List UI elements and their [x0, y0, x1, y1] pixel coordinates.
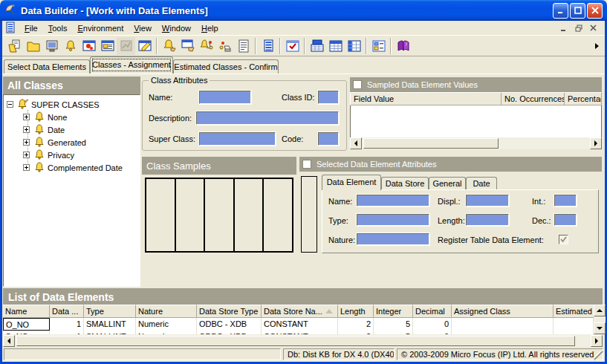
menu-environment[interactable]: Environment [72, 22, 129, 34]
col-length[interactable]: Length [338, 305, 374, 318]
column-field-value[interactable]: Field Value [351, 93, 501, 105]
tree-item-complemented-date[interactable]: Complemented Date [23, 161, 138, 174]
table-rows-icon[interactable] [326, 37, 345, 55]
menu-tools[interactable]: Tools [43, 22, 73, 34]
tab-data-store[interactable]: Data Store [381, 177, 429, 190]
maximize-button[interactable] [570, 3, 585, 19]
col-name[interactable]: Name [3, 305, 50, 318]
collapse-expander-icon[interactable] [7, 101, 13, 108]
confirm-checklist-icon[interactable] [283, 37, 302, 55]
table-add-row-icon[interactable] [308, 37, 326, 55]
window-components-icon[interactable] [79, 37, 98, 55]
tab-general[interactable]: General [429, 177, 466, 190]
cell-assigned-class[interactable] [452, 318, 554, 331]
classes-bell-icon[interactable] [61, 37, 79, 55]
cell-type[interactable]: SMALLINT [84, 318, 136, 331]
column-percentage[interactable]: Percentage [565, 93, 602, 105]
expand-icon[interactable] [23, 139, 30, 146]
menu-window[interactable]: Window [157, 22, 196, 34]
menu-view[interactable]: View [129, 22, 157, 34]
table-columns-icon[interactable] [345, 37, 363, 55]
notes-icon[interactable] [234, 37, 253, 55]
displ-input[interactable] [466, 195, 509, 207]
table-hscrollbar[interactable] [3, 334, 603, 347]
type-input[interactable] [357, 214, 429, 226]
scroll-left-icon[interactable] [3, 335, 15, 347]
properties-panel-icon[interactable] [369, 37, 388, 55]
cell-length[interactable]: 2 [338, 318, 374, 331]
workstation-icon[interactable] [42, 37, 61, 55]
cell-data-store-type[interactable]: ODBC - XDB [197, 318, 262, 331]
cell-nature[interactable]: Numeric [136, 318, 197, 331]
expand-icon[interactable] [23, 152, 30, 158]
expand-icon[interactable] [23, 114, 30, 120]
copybook-stack-icon[interactable] [259, 37, 277, 55]
scroll-right-icon[interactable] [590, 137, 602, 149]
table-vscrollbar[interactable] [594, 305, 606, 334]
window-edit-icon[interactable] [135, 37, 154, 55]
scroll-left-icon[interactable] [350, 137, 362, 149]
int-input[interactable] [554, 195, 577, 207]
register-table-checkbox[interactable] [559, 235, 568, 244]
mdi-minimize-button[interactable] [558, 23, 570, 33]
cell-integer[interactable]: 5 [374, 318, 413, 331]
col-assigned-class[interactable]: Assigned Class [452, 305, 554, 318]
expand-icon[interactable] [23, 126, 30, 133]
scroll-thumb[interactable] [363, 138, 499, 149]
tab-classes-assignment[interactable]: Classes - Assignment [90, 56, 173, 74]
assign-monitor-icon[interactable] [178, 37, 197, 55]
description-input[interactable] [196, 111, 339, 125]
menu-help[interactable]: Help [196, 22, 224, 34]
sample-column[interactable] [146, 179, 176, 251]
cell-decimal[interactable]: 0 [413, 318, 452, 331]
cell-data-store-name[interactable]: CONSTANT [262, 318, 338, 331]
tree-item-none[interactable]: None [23, 111, 138, 123]
scroll-up-icon[interactable] [594, 305, 606, 316]
help-book-icon[interactable]: ? [394, 37, 412, 55]
classes-tree[interactable]: SUPER CLASSES None Date [3, 94, 140, 287]
data-element-row-1[interactable]: O_NO 1 SMALLINT Numeric ODBC - XDB CONST… [3, 318, 594, 331]
col-estimated[interactable]: Estimated [554, 305, 594, 318]
toolbar-overflow-icon[interactable] [595, 43, 599, 49]
dec-input[interactable] [554, 214, 577, 226]
scroll-right-icon[interactable] [591, 335, 603, 347]
open-data-elements-icon[interactable] [5, 37, 24, 55]
class-id-input[interactable] [318, 91, 339, 104]
element-name-input[interactable] [357, 195, 429, 207]
resize-grip[interactable] [594, 351, 604, 361]
col-nature[interactable]: Nature [136, 305, 197, 318]
expand-icon[interactable] [23, 164, 30, 171]
class-name-input[interactable] [199, 91, 251, 104]
class-eraser-icon[interactable] [215, 37, 234, 55]
tab-select-data-elements[interactable]: Select Data Elements [4, 59, 90, 74]
tab-data-element[interactable]: Data Element [322, 175, 381, 190]
minimize-button[interactable] [553, 3, 568, 19]
mdi-close-button[interactable] [588, 23, 600, 33]
col-data-store-name[interactable]: Data Store Na... [262, 305, 338, 318]
mdi-restore-button[interactable] [573, 23, 585, 33]
cell-estimated[interactable] [554, 318, 594, 331]
cell-name[interactable]: O_NO [3, 318, 50, 331]
class-relations-icon[interactable] [197, 37, 215, 55]
col-data[interactable]: Data ... [50, 305, 84, 318]
assign-class-bell-icon[interactable] [160, 37, 178, 55]
tree-item-generated[interactable]: Generated [23, 136, 138, 149]
tree-item-privacy[interactable]: Privacy [23, 149, 138, 161]
sample-column[interactable] [205, 179, 235, 251]
scroll-thumb[interactable] [16, 336, 575, 346]
tree-item-date[interactable]: Date [23, 123, 138, 136]
nature-input[interactable] [357, 233, 429, 245]
col-integer[interactable]: Integer [374, 305, 413, 318]
scroll-down-icon[interactable] [594, 322, 606, 334]
col-data-store-type[interactable]: Data Store Type [197, 305, 262, 318]
sample-column[interactable] [235, 179, 264, 251]
sampled-values-hscrollbar[interactable] [350, 137, 602, 149]
window-properties-icon[interactable] [98, 37, 117, 55]
cell-data[interactable]: 1 [50, 318, 84, 331]
code-input[interactable] [318, 132, 339, 146]
col-decimal[interactable]: Decimal [413, 305, 452, 318]
col-type[interactable]: Type [84, 305, 136, 318]
tree-root-super-classes[interactable]: SUPER CLASSES [7, 98, 137, 111]
mdi-document-icon[interactable] [4, 22, 16, 35]
menu-file[interactable]: File [19, 22, 43, 34]
